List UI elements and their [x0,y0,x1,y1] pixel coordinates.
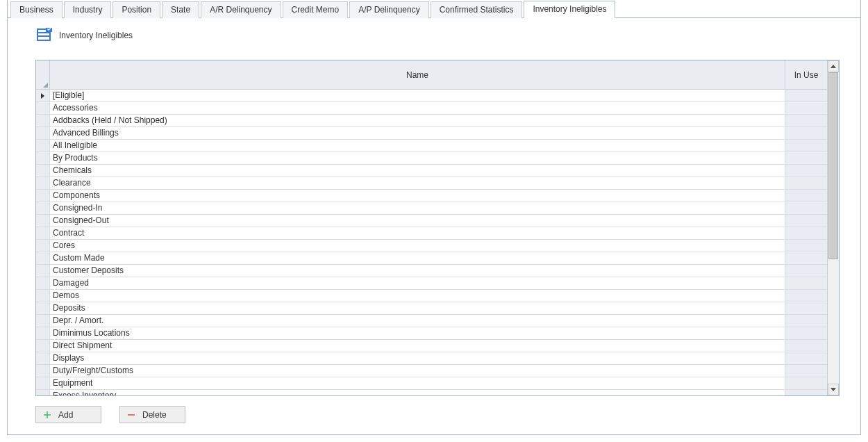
cell-inuse[interactable] [785,340,827,352]
row-indicator[interactable] [36,315,50,327]
row-indicator[interactable] [36,340,50,352]
table-row[interactable]: Deposits [36,302,827,315]
cell-inuse[interactable] [785,115,827,126]
row-indicator[interactable] [36,140,50,152]
cell-name[interactable]: Depr. / Amort. [50,315,785,327]
row-indicator[interactable] [36,215,50,227]
row-selector-header[interactable] [36,60,50,89]
cell-name[interactable]: Excess Inventory [50,390,785,395]
row-indicator[interactable] [36,390,50,395]
table-row[interactable]: Chemicals [36,165,827,177]
table-row[interactable]: Advanced Billings [36,127,827,140]
cell-name[interactable]: Displays [50,352,785,364]
cell-name[interactable]: Contract [50,227,785,239]
cell-inuse[interactable] [785,215,827,227]
table-row[interactable]: Consigned-In [36,202,827,215]
row-indicator[interactable] [36,302,50,314]
table-row[interactable]: By Products [36,152,827,165]
row-indicator[interactable] [36,327,50,339]
row-indicator[interactable] [36,265,50,277]
cell-name[interactable]: [Eligible] [50,90,785,101]
cell-name[interactable]: Consigned-Out [50,215,785,227]
cell-name[interactable]: Direct Shipment [50,340,785,352]
cell-inuse[interactable] [785,315,827,327]
cell-inuse[interactable] [785,227,827,239]
table-row[interactable]: Direct Shipment [36,340,827,352]
cell-inuse[interactable] [785,90,827,101]
table-row[interactable]: Addbacks (Held / Not Shipped) [36,115,827,127]
table-row[interactable]: Damaged [36,277,827,290]
tab-industry[interactable]: Industry [64,1,112,18]
cell-inuse[interactable] [785,190,827,202]
row-indicator[interactable] [36,277,50,289]
table-row[interactable]: [Eligible] [36,90,827,102]
cell-name[interactable]: Deposits [50,302,785,314]
table-row[interactable]: Equipment [36,377,827,390]
cell-name[interactable]: Components [50,190,785,202]
cell-inuse[interactable] [785,165,827,177]
row-indicator[interactable] [36,240,50,252]
grid-body[interactable]: [Eligible]AccessoriesAddbacks (Held / No… [36,90,827,395]
cell-name[interactable]: Damaged [50,277,785,289]
column-header-inuse[interactable]: In Use [785,60,827,89]
cell-name[interactable]: Demos [50,290,785,302]
scroll-down-button[interactable] [828,384,839,395]
cell-name[interactable]: Clearance [50,177,785,189]
cell-name[interactable]: Accessories [50,102,785,114]
tab-credit-memo[interactable]: Credit Memo [283,1,349,18]
table-row[interactable]: Custom Made [36,252,827,265]
row-indicator[interactable] [36,227,50,239]
row-indicator[interactable] [36,365,50,377]
cell-name[interactable]: Addbacks (Held / Not Shipped) [50,115,785,126]
row-indicator[interactable] [36,127,50,139]
cell-inuse[interactable] [785,352,827,364]
row-indicator[interactable] [36,165,50,177]
cell-name[interactable]: Cores [50,240,785,252]
cell-name[interactable]: Custom Made [50,252,785,264]
tab-a-p-delinquency[interactable]: A/P Delinquency [349,1,429,18]
cell-name[interactable]: Advanced Billings [50,127,785,139]
tab-business[interactable]: Business [10,1,62,18]
row-indicator[interactable] [36,352,50,364]
row-indicator[interactable] [36,90,50,101]
cell-inuse[interactable] [785,252,827,264]
cell-name[interactable]: Chemicals [50,165,785,177]
table-row[interactable]: Components [36,190,827,202]
table-row[interactable]: Displays [36,352,827,365]
cell-inuse[interactable] [785,127,827,139]
scroll-up-button[interactable] [828,60,839,72]
cell-inuse[interactable] [785,240,827,252]
table-row[interactable]: Consigned-Out [36,215,827,227]
table-row[interactable]: Depr. / Amort. [36,315,827,327]
cell-name[interactable]: By Products [50,152,785,164]
scroll-thumb[interactable] [828,72,838,259]
cell-inuse[interactable] [785,202,827,214]
tab-position[interactable]: Position [112,1,160,18]
cell-inuse[interactable] [785,277,827,289]
table-row[interactable]: Diminimus Locations [36,327,827,340]
tab-a-r-delinquency[interactable]: A/R Delinquency [201,1,281,18]
row-indicator[interactable] [36,202,50,214]
row-indicator[interactable] [36,152,50,164]
column-header-name[interactable]: Name [50,60,785,89]
delete-button[interactable]: Delete [119,406,185,423]
cell-name[interactable]: Consigned-In [50,202,785,214]
cell-inuse[interactable] [785,365,827,377]
cell-inuse[interactable] [785,290,827,302]
cell-inuse[interactable] [785,327,827,339]
table-row[interactable]: All Ineligible [36,140,827,152]
row-indicator[interactable] [36,252,50,264]
table-row[interactable]: Accessories [36,102,827,115]
cell-name[interactable]: Customer Deposits [50,265,785,277]
cell-inuse[interactable] [785,102,827,114]
table-row[interactable]: Cores [36,240,827,252]
tab-confirmed-statistics[interactable]: Confirmed Statistics [431,1,523,18]
cell-inuse[interactable] [785,377,827,389]
table-row[interactable]: Excess Inventory [36,390,827,395]
row-indicator[interactable] [36,377,50,389]
row-indicator[interactable] [36,290,50,302]
cell-name[interactable]: Equipment [50,377,785,389]
tab-state[interactable]: State [162,1,199,18]
table-row[interactable]: Clearance [36,177,827,190]
cell-inuse[interactable] [785,152,827,164]
